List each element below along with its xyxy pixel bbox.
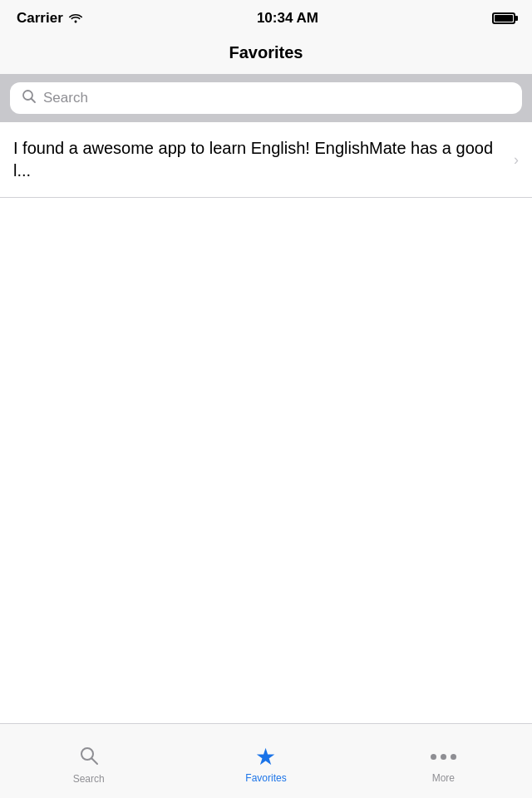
search-tab-label: Search [73,773,105,785]
tab-favorites[interactable]: ★ Favorites [177,724,354,798]
status-bar: Carrier 10:34 AM [0,0,532,37]
search-tab-icon [78,745,100,770]
favorites-tab-icon: ★ [255,746,276,769]
battery-icon [492,12,515,24]
search-container: Search [0,74,532,122]
dot-2 [441,754,446,760]
battery-indicator [492,12,515,24]
dot-3 [451,754,456,760]
more-tab-icon [431,746,456,769]
svg-line-1 [32,99,36,103]
carrier-info: Carrier [17,10,83,27]
list-item-text: I found a awesome app to learn English! … [13,137,505,182]
carrier-label: Carrier [17,10,63,27]
wifi-icon [68,12,83,26]
list-item[interactable]: I found a awesome app to learn English! … [0,122,532,198]
chevron-right-icon: › [514,151,519,169]
search-bar[interactable]: Search [10,82,522,114]
tab-search[interactable]: Search [0,724,177,798]
svg-line-3 [91,758,97,764]
tab-more[interactable]: More [355,724,532,798]
dot-1 [431,754,436,760]
battery-fill [495,15,513,22]
search-icon [22,89,37,107]
list-container: I found a awesome app to learn English! … [0,122,532,723]
more-tab-label: More [432,772,455,784]
search-placeholder: Search [43,90,510,106]
nav-bar: Favorites [0,37,532,74]
tab-bar: Search ★ Favorites More [0,723,532,798]
favorites-tab-label: Favorites [245,772,286,784]
status-time: 10:34 AM [257,10,318,27]
nav-title: Favorites [229,43,303,62]
